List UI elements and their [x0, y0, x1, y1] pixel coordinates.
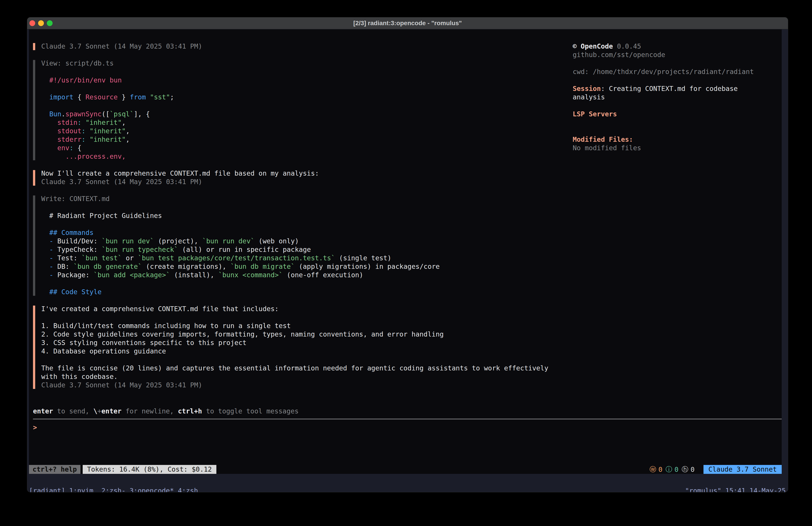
assistant-message-summary: I've created a comprehensive CONTEXT.md … — [33, 305, 548, 389]
tmux-windows-list: [radiant] 1:nvim 2:zsh- 3:opencode* 4:zs… — [29, 487, 198, 492]
hint-icon: ⓗ — [682, 465, 688, 474]
tool-lines: Write: CONTEXT.md # Radiant Project Guid… — [41, 195, 548, 296]
tool-lines: View: script/db.ts #!/usr/bin/env bun im… — [41, 59, 548, 161]
message-lines: Claude 3.7 Sonnet (14 May 2025 03:41 PM) — [41, 42, 548, 51]
prompt-line: > — [33, 424, 487, 432]
status-bar: ctrl+? help Tokens: 16.4K (8%), Cost: $0… — [29, 465, 782, 474]
message-input[interactable] — [41, 424, 487, 432]
warnings-badge: ⓦ 0 — [650, 465, 663, 474]
info-badge: ⓘ 0 — [666, 465, 679, 474]
tool-output-write-context-md: Write: CONTEXT.md # Radiant Project Guid… — [33, 195, 548, 296]
hint-count: 0 — [691, 466, 695, 473]
warning-count: 0 — [658, 466, 663, 473]
message-lines: Now I'll create a comprehensive CONTEXT.… — [41, 169, 548, 186]
help-chip[interactable]: ctrl+? help — [29, 465, 81, 474]
model-chip[interactable]: Claude 3.7 Sonnet — [704, 465, 782, 474]
assistant-message: Now I'll create a comprehensive CONTEXT.… — [33, 169, 548, 186]
keybinding-hints: enter to send, \+enter for newline, ctrl… — [33, 407, 299, 415]
message-accent-bar — [33, 305, 35, 389]
info-icon: ⓘ — [666, 465, 672, 474]
warning-icon: ⓦ — [650, 465, 656, 474]
sidebar-lines: © OpenCode 0.0.45github.com/sst/opencode… — [573, 42, 773, 153]
sidebar: © OpenCode 0.0.45github.com/sst/opencode… — [573, 42, 773, 153]
tool-accent-bar — [33, 196, 35, 296]
tmux-session-clock: "romulus" 15:41 14-May-25 — [685, 487, 786, 492]
opencode-tui: Claude 3.7 Sonnet (14 May 2025 03:41 PM)… — [29, 29, 782, 474]
tmux-status-bar: [radiant] 1:nvim 2:zsh- 3:opencode* 4:zs… — [27, 487, 788, 492]
assistant-message-header: Claude 3.7 Sonnet (14 May 2025 03:41 PM) — [33, 42, 548, 51]
titlebar[interactable]: [2/3] radiant:3:opencode - "romulus" — [27, 17, 788, 29]
window-title: [2/3] radiant:3:opencode - "romulus" — [27, 17, 788, 29]
message-accent-bar — [33, 43, 35, 50]
input-divider — [33, 418, 782, 420]
tool-accent-bar — [33, 60, 35, 160]
status-right: ⓦ 0 ⓘ 0 ⓗ 0 Claude 3.7 Sonnet — [650, 465, 782, 474]
prompt-symbol: > — [33, 424, 37, 431]
message-lines: I've created a comprehensive CONTEXT.md … — [41, 305, 548, 389]
message-accent-bar — [33, 170, 35, 186]
tool-output-view-db-ts: View: script/db.ts #!/usr/bin/env bun im… — [33, 59, 548, 161]
info-count: 0 — [675, 466, 679, 473]
tokens-cost-chip: Tokens: 16.4K (8%), Cost: $0.12 — [83, 465, 216, 474]
chat-log: Claude 3.7 Sonnet (14 May 2025 03:41 PM)… — [33, 42, 548, 389]
terminal-window: [2/3] radiant:3:opencode - "romulus" Cla… — [27, 17, 788, 492]
hints-badge: ⓗ 0 — [682, 465, 695, 474]
status-left: ctrl+? help Tokens: 16.4K (8%), Cost: $0… — [29, 465, 216, 474]
